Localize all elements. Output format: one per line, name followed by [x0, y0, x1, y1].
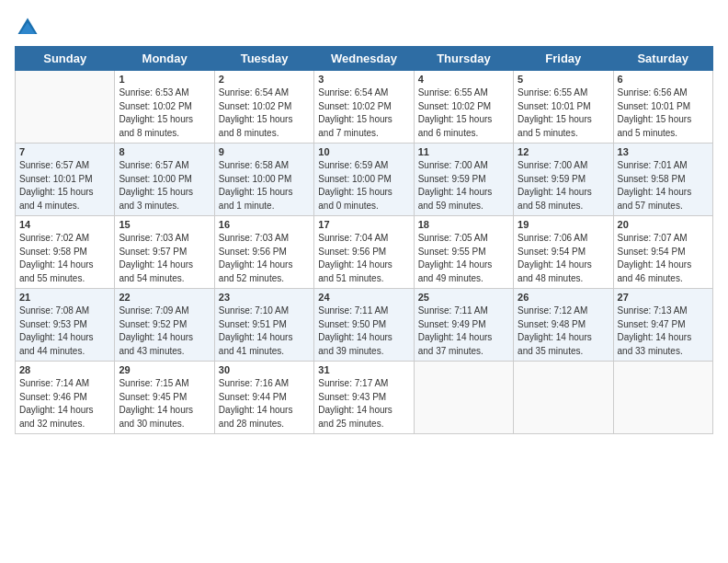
calendar-cell: 20Sunrise: 7:07 AMSunset: 9:54 PMDayligh…	[613, 216, 712, 289]
day-info: Sunrise: 6:58 AMSunset: 10:00 PMDaylight…	[219, 159, 310, 213]
page-header	[15, 15, 713, 40]
calendar-cell: 1Sunrise: 6:53 AMSunset: 10:02 PMDayligh…	[115, 71, 214, 144]
day-number: 29	[119, 364, 210, 375]
calendar-cell: 12Sunrise: 7:00 AMSunset: 9:59 PMDayligh…	[514, 144, 613, 216]
calendar-cell: 16Sunrise: 7:03 AMSunset: 9:56 PMDayligh…	[214, 216, 313, 289]
day-info: Sunrise: 7:08 AMSunset: 9:53 PMDaylight:…	[19, 304, 110, 358]
calendar-cell: 9Sunrise: 6:58 AMSunset: 10:00 PMDayligh…	[214, 144, 313, 216]
day-info: Sunrise: 7:00 AMSunset: 9:59 PMDaylight:…	[518, 159, 609, 213]
day-info: Sunrise: 6:57 AMSunset: 10:01 PMDaylight…	[19, 159, 110, 213]
day-number: 17	[318, 219, 409, 230]
day-number: 7	[19, 146, 110, 157]
calendar-table: SundayMondayTuesdayWednesdayThursdayFrid…	[15, 46, 713, 434]
weekday-header: Sunday	[16, 47, 115, 71]
day-number: 5	[518, 74, 609, 85]
day-info: Sunrise: 6:55 AMSunset: 10:02 PMDaylight…	[418, 86, 509, 140]
day-number: 26	[518, 292, 609, 303]
day-number: 18	[418, 219, 509, 230]
calendar-week-row: 21Sunrise: 7:08 AMSunset: 9:53 PMDayligh…	[16, 289, 713, 362]
day-number: 20	[618, 219, 709, 230]
day-info: Sunrise: 6:53 AMSunset: 10:02 PMDaylight…	[119, 86, 210, 140]
day-number: 25	[418, 292, 509, 303]
calendar-cell: 14Sunrise: 7:02 AMSunset: 9:58 PMDayligh…	[16, 216, 115, 289]
calendar-cell: 18Sunrise: 7:05 AMSunset: 9:55 PMDayligh…	[414, 216, 513, 289]
day-info: Sunrise: 7:03 AMSunset: 9:57 PMDaylight:…	[119, 232, 210, 285]
day-number: 21	[19, 292, 110, 303]
day-info: Sunrise: 7:01 AMSunset: 9:58 PMDaylight:…	[618, 159, 709, 213]
day-info: Sunrise: 7:07 AMSunset: 9:54 PMDaylight:…	[618, 232, 709, 285]
day-number: 11	[418, 146, 509, 157]
calendar-cell: 17Sunrise: 7:04 AMSunset: 9:56 PMDayligh…	[314, 216, 414, 289]
calendar-cell: 26Sunrise: 7:12 AMSunset: 9:48 PMDayligh…	[514, 289, 613, 362]
day-number: 16	[219, 219, 310, 230]
calendar-cell: 7Sunrise: 6:57 AMSunset: 10:01 PMDayligh…	[16, 144, 115, 216]
calendar-cell	[16, 71, 115, 144]
calendar-cell: 29Sunrise: 7:15 AMSunset: 9:45 PMDayligh…	[115, 362, 214, 434]
weekday-header: Thursday	[414, 47, 513, 71]
day-info: Sunrise: 7:09 AMSunset: 9:52 PMDaylight:…	[119, 304, 210, 358]
day-info: Sunrise: 7:11 AMSunset: 9:49 PMDaylight:…	[418, 304, 509, 358]
calendar-cell: 30Sunrise: 7:16 AMSunset: 9:44 PMDayligh…	[214, 362, 313, 434]
day-number: 8	[119, 146, 210, 157]
day-number: 28	[19, 364, 110, 375]
calendar-cell: 13Sunrise: 7:01 AMSunset: 9:58 PMDayligh…	[613, 144, 712, 216]
day-number: 3	[318, 74, 409, 85]
day-info: Sunrise: 7:11 AMSunset: 9:50 PMDaylight:…	[318, 304, 409, 358]
day-number: 15	[119, 219, 210, 230]
day-number: 1	[119, 74, 210, 85]
day-info: Sunrise: 7:17 AMSunset: 9:43 PMDaylight:…	[318, 377, 409, 431]
calendar-cell: 25Sunrise: 7:11 AMSunset: 9:49 PMDayligh…	[414, 289, 513, 362]
day-number: 4	[418, 74, 509, 85]
calendar-cell: 15Sunrise: 7:03 AMSunset: 9:57 PMDayligh…	[115, 216, 214, 289]
day-info: Sunrise: 6:54 AMSunset: 10:02 PMDaylight…	[318, 86, 409, 140]
day-number: 31	[318, 364, 409, 375]
day-number: 10	[318, 146, 409, 157]
calendar-cell: 11Sunrise: 7:00 AMSunset: 9:59 PMDayligh…	[414, 144, 513, 216]
calendar-cell: 22Sunrise: 7:09 AMSunset: 9:52 PMDayligh…	[115, 289, 214, 362]
day-info: Sunrise: 7:00 AMSunset: 9:59 PMDaylight:…	[418, 159, 509, 213]
day-info: Sunrise: 6:59 AMSunset: 10:00 PMDaylight…	[318, 159, 409, 213]
day-info: Sunrise: 7:10 AMSunset: 9:51 PMDaylight:…	[219, 304, 310, 358]
day-number: 23	[219, 292, 310, 303]
calendar-cell: 6Sunrise: 6:56 AMSunset: 10:01 PMDayligh…	[613, 71, 712, 144]
calendar-cell: 3Sunrise: 6:54 AMSunset: 10:02 PMDayligh…	[314, 71, 414, 144]
calendar-week-row: 28Sunrise: 7:14 AMSunset: 9:46 PMDayligh…	[16, 362, 713, 434]
day-number: 6	[618, 74, 709, 85]
calendar-cell: 10Sunrise: 6:59 AMSunset: 10:00 PMDaylig…	[314, 144, 414, 216]
calendar-cell: 31Sunrise: 7:17 AMSunset: 9:43 PMDayligh…	[314, 362, 414, 434]
weekday-header: Saturday	[613, 47, 712, 71]
day-info: Sunrise: 7:13 AMSunset: 9:47 PMDaylight:…	[618, 304, 709, 358]
day-number: 22	[119, 292, 210, 303]
calendar-cell: 24Sunrise: 7:11 AMSunset: 9:50 PMDayligh…	[314, 289, 414, 362]
day-info: Sunrise: 6:56 AMSunset: 10:01 PMDaylight…	[618, 86, 709, 140]
calendar-week-row: 7Sunrise: 6:57 AMSunset: 10:01 PMDayligh…	[16, 144, 713, 216]
calendar-week-row: 1Sunrise: 6:53 AMSunset: 10:02 PMDayligh…	[16, 71, 713, 144]
day-number: 19	[518, 219, 609, 230]
calendar-cell	[613, 362, 712, 434]
day-number: 13	[618, 146, 709, 157]
calendar-cell	[414, 362, 513, 434]
calendar-cell: 5Sunrise: 6:55 AMSunset: 10:01 PMDayligh…	[514, 71, 613, 144]
day-number: 12	[518, 146, 609, 157]
day-info: Sunrise: 7:03 AMSunset: 9:56 PMDaylight:…	[219, 232, 310, 285]
day-info: Sunrise: 7:05 AMSunset: 9:55 PMDaylight:…	[418, 232, 509, 285]
day-info: Sunrise: 7:14 AMSunset: 9:46 PMDaylight:…	[19, 377, 110, 431]
weekday-header: Monday	[115, 47, 214, 71]
calendar-cell: 19Sunrise: 7:06 AMSunset: 9:54 PMDayligh…	[514, 216, 613, 289]
day-info: Sunrise: 6:57 AMSunset: 10:00 PMDaylight…	[119, 159, 210, 213]
weekday-header: Friday	[514, 47, 613, 71]
weekday-header-row: SundayMondayTuesdayWednesdayThursdayFrid…	[16, 47, 713, 71]
day-number: 27	[618, 292, 709, 303]
weekday-header: Wednesday	[314, 47, 414, 71]
calendar-cell: 2Sunrise: 6:54 AMSunset: 10:02 PMDayligh…	[214, 71, 313, 144]
day-info: Sunrise: 7:12 AMSunset: 9:48 PMDaylight:…	[518, 304, 609, 358]
day-info: Sunrise: 7:16 AMSunset: 9:44 PMDaylight:…	[219, 377, 310, 431]
calendar-cell: 28Sunrise: 7:14 AMSunset: 9:46 PMDayligh…	[16, 362, 115, 434]
calendar-cell: 27Sunrise: 7:13 AMSunset: 9:47 PMDayligh…	[613, 289, 712, 362]
calendar-cell: 23Sunrise: 7:10 AMSunset: 9:51 PMDayligh…	[214, 289, 313, 362]
calendar-cell	[514, 362, 613, 434]
day-number: 30	[219, 364, 310, 375]
day-info: Sunrise: 7:04 AMSunset: 9:56 PMDaylight:…	[318, 232, 409, 285]
day-info: Sunrise: 7:02 AMSunset: 9:58 PMDaylight:…	[19, 232, 110, 285]
calendar-cell: 4Sunrise: 6:55 AMSunset: 10:02 PMDayligh…	[414, 71, 513, 144]
